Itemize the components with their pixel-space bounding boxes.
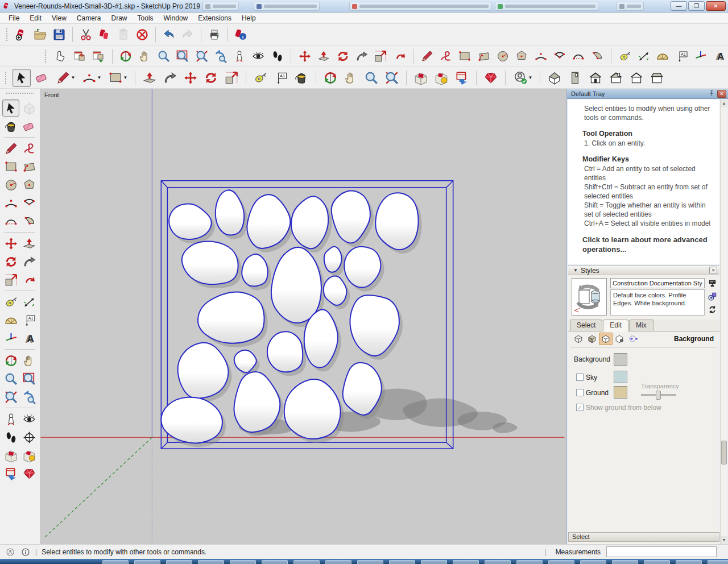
save-button[interactable] — [51, 26, 68, 43]
stone[interactable] — [284, 379, 341, 439]
component-options-button[interactable] — [71, 48, 88, 65]
undo-button[interactable] — [160, 26, 177, 43]
view-front-button[interactable] — [586, 69, 605, 87]
taskbar-app-button[interactable] — [612, 560, 638, 564]
3d-viewport[interactable]: Front — [40, 89, 566, 544]
text-button[interactable]: A1 — [272, 69, 290, 87]
extension-warehouse-button[interactable] — [2, 465, 19, 482]
paint-bucket-button[interactable] — [292, 69, 311, 87]
filled-pie-button[interactable] — [589, 48, 606, 65]
zoom-extents-button[interactable] — [193, 48, 210, 65]
look-around-button[interactable] — [20, 410, 38, 428]
sky-checkbox[interactable] — [576, 374, 584, 381]
menu-extensions[interactable]: Extensions — [193, 13, 237, 23]
stone[interactable] — [216, 190, 244, 235]
circle-button[interactable] — [2, 176, 19, 193]
move-button[interactable] — [296, 48, 313, 65]
windows-taskbar[interactable] — [0, 559, 728, 564]
follow-me-button[interactable] — [161, 69, 179, 87]
background-settings-button[interactable] — [599, 333, 613, 345]
pan-button[interactable] — [20, 352, 38, 369]
tape-measure-button[interactable] — [251, 69, 270, 87]
zoom-extents-button[interactable] — [383, 69, 401, 87]
taskbar-app-button[interactable] — [516, 560, 543, 564]
rotated-rectangle-button[interactable] — [20, 158, 38, 175]
menu-edit[interactable]: Edit — [24, 13, 47, 23]
dropdown-arrow-icon[interactable]: ▼ — [97, 75, 102, 80]
style-name-field[interactable] — [610, 278, 705, 288]
taskbar-app-button[interactable] — [134, 560, 160, 564]
modeling-settings-button[interactable] — [626, 333, 640, 345]
position-camera-button[interactable] — [2, 410, 19, 428]
rotate-button[interactable] — [334, 48, 351, 65]
line-button[interactable]: ▼ — [53, 69, 77, 87]
protractor-button[interactable] — [2, 312, 19, 329]
follow-me-button[interactable] — [353, 48, 370, 65]
menu-window[interactable]: Window — [159, 13, 193, 23]
stone[interactable] — [267, 331, 303, 372]
update-style-icon[interactable] — [707, 304, 717, 314]
stone[interactable] — [271, 247, 321, 323]
geolocation-icon[interactable] — [5, 547, 15, 557]
close-button[interactable]: ✕ — [706, 1, 726, 11]
rotate-button[interactable] — [2, 253, 19, 270]
freehand-button[interactable] — [437, 48, 454, 65]
push-pull-button[interactable] — [20, 235, 38, 252]
pan-button[interactable] — [136, 48, 153, 65]
eraser-button[interactable] — [33, 69, 51, 87]
stone[interactable] — [375, 193, 418, 250]
face-settings-button[interactable] — [585, 333, 599, 345]
open-button[interactable] — [32, 26, 49, 43]
zoom-extents-button[interactable] — [2, 388, 19, 405]
view-top-button[interactable] — [566, 69, 584, 87]
menu-help[interactable]: Help — [237, 13, 261, 23]
line-button[interactable] — [2, 140, 19, 157]
view-left-button[interactable] — [648, 69, 666, 87]
text-button[interactable]: A1 — [20, 312, 38, 329]
scale-button[interactable] — [222, 69, 241, 87]
taskbar-app-button[interactable] — [548, 560, 574, 564]
stone[interactable] — [234, 372, 280, 432]
tape-measure-button[interactable] — [617, 48, 633, 65]
stone[interactable] — [169, 204, 212, 239]
styles-close-button[interactable]: ✕ — [709, 267, 717, 274]
sky-swatch[interactable] — [614, 371, 627, 383]
taskbar-app-button[interactable] — [485, 560, 511, 564]
zoom-button[interactable] — [155, 48, 172, 65]
stone[interactable] — [198, 292, 264, 343]
3d-warehouse-button[interactable] — [2, 447, 19, 464]
taskbar-app-button[interactable] — [293, 560, 320, 564]
stone[interactable] — [324, 276, 347, 305]
line-button[interactable] — [419, 48, 435, 65]
zoom-window-button[interactable] — [175, 48, 191, 65]
taskbar-app-button[interactable] — [198, 560, 224, 564]
three-point-arc-button[interactable] — [570, 48, 587, 65]
zoom-window-button[interactable] — [20, 370, 38, 387]
ruby-button[interactable] — [482, 69, 500, 87]
move-button[interactable] — [2, 235, 19, 252]
three-point-arc-button[interactable] — [2, 213, 19, 230]
section-plane-button[interactable] — [20, 429, 38, 446]
stone[interactable] — [324, 247, 342, 272]
extension-warehouse-button[interactable] — [453, 69, 471, 87]
rectangle-button[interactable] — [2, 158, 19, 175]
rotated-rectangle-button[interactable] — [475, 48, 492, 65]
share-model-button[interactable] — [432, 69, 450, 87]
scroll-up-icon[interactable]: ▲ — [721, 99, 727, 107]
redo-button[interactable] — [179, 26, 196, 43]
menu-draw[interactable]: Draw — [106, 13, 133, 23]
taskbar-app-button[interactable] — [389, 560, 415, 564]
tab-select[interactable]: Select — [570, 320, 602, 331]
rotate-button[interactable] — [202, 69, 220, 87]
instructor-link[interactable]: Click to learn about more advanced opera… — [582, 235, 714, 254]
move-button[interactable] — [181, 69, 200, 87]
taskbar-app-button[interactable] — [357, 560, 383, 564]
two-point-arc-button[interactable] — [532, 48, 549, 65]
scale-button[interactable] — [373, 48, 389, 65]
component-attributes-button[interactable] — [90, 48, 107, 65]
show-ground-checkbox[interactable]: ✓ — [576, 404, 584, 411]
tape-measure-button[interactable] — [2, 293, 19, 310]
edge-settings-button[interactable] — [572, 333, 585, 345]
tab-mix[interactable]: Mix — [629, 320, 653, 331]
circle-button[interactable] — [494, 48, 511, 65]
